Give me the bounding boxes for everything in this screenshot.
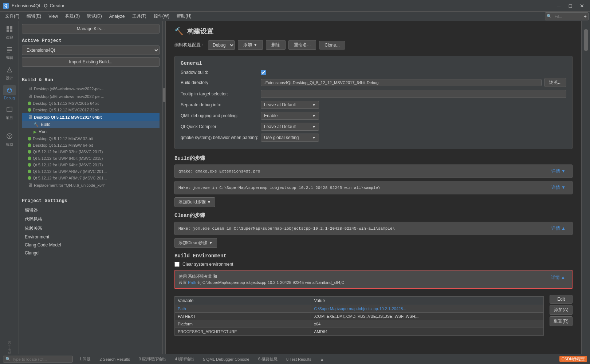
csdn-badge: CSDN@程资 (559, 356, 587, 362)
kit-item-uwp-64-2017[interactable]: Qt 5.12.12 for UWP 64bit (MSVC 2017) (22, 162, 160, 168)
filter-input[interactable] (553, 13, 582, 19)
clone-config-button[interactable]: Clone... (319, 41, 345, 50)
qmake-details-button[interactable]: 详情 ▼ (548, 167, 569, 175)
settings-item-clangd[interactable]: Clangd (22, 249, 160, 257)
separate-debug-dropdown[interactable]: Leave at Default ▼ (261, 101, 319, 109)
env-edit-button[interactable]: Edit (550, 295, 573, 304)
manage-kits-button[interactable]: Manage Kits... (22, 24, 160, 33)
build-steps-section: Build的步骤 qmake: qmake.exe Extensions4Qt.… (174, 155, 573, 207)
sub-item-build[interactable]: 🔨 Build (22, 121, 160, 128)
settings-item-dependencies[interactable]: 依赖关系 (22, 224, 160, 233)
menu-bar: 文件(F) 编辑(E) View 构建(B) 调试(D) Analyze 工具(… (0, 12, 590, 21)
sub-item-run[interactable]: ▶ Run (22, 128, 160, 135)
config-row: 编辑构建配置： Debug 添加 ▼ 删除 重命名... Clone... (174, 40, 573, 50)
tab-test-results[interactable]: 8 Test Results (284, 356, 314, 362)
menu-edit[interactable]: 编辑(E) (23, 12, 45, 20)
kit-item-uwp-armv7-1[interactable]: Qt 5.12.12 for UWP ARMv7 (MSVC 201... (22, 168, 160, 175)
kit-item-desktop-msvc2022-1[interactable]: 🖥 Desktop (x86-windows-msvc2022-pe-... (22, 85, 160, 92)
kit-item-desktop-msvc2017-32[interactable]: Desktop Qt 5.12.12 MSVC2017 32bit (22, 107, 160, 113)
path-link[interactable]: Path (188, 280, 196, 285)
tab-issues[interactable]: 1 问题 (77, 356, 93, 363)
delete-config-button[interactable]: 删除 (266, 40, 286, 50)
config-dropdown[interactable]: Debug (208, 40, 235, 50)
shadow-build-checkbox[interactable] (261, 70, 266, 75)
menu-file[interactable]: 文件(F) (1, 12, 23, 20)
tab-summary[interactable]: 6 概要信息 (256, 356, 280, 363)
sidebar-item-debug[interactable]: Debug (3, 85, 16, 100)
sidebar-item-edit[interactable]: 编辑 (3, 44, 16, 60)
settings-item-clang-model[interactable]: Clang Code Model (22, 241, 160, 249)
kit-item-desktop-msvc2022-2[interactable]: 🖥 Desktop (x86-windows-msvc2022-pe-... (22, 92, 160, 100)
clear-system-env-checkbox[interactable] (174, 262, 180, 267)
kit-item-desktop-msvc2017-64[interactable]: 🖥 Desktop Qt 5.12.12 MSVC2017 64bit (22, 113, 160, 121)
env-details-button[interactable]: 详情 ▲ (548, 273, 568, 282)
kit-item-uwp-64-2015[interactable]: Qt 5.12.12 for UWP 64bit (MSVC 2015) (22, 155, 160, 162)
import-existing-build-button[interactable]: Import Existing Build... (22, 57, 160, 67)
make-details-button[interactable]: 详情 ▼ (548, 183, 569, 192)
sidebar-item-welcome[interactable]: 欢迎 (3, 24, 16, 40)
svg-rect-2 (7, 29, 9, 32)
tab-search-results[interactable]: 2 Search Results (97, 356, 132, 362)
build-directory-input[interactable] (261, 79, 542, 86)
qt-quick-dropdown[interactable]: Leave at Default ▼ (261, 123, 319, 131)
env-highlighted-container: 使用 系统环境变量 和 设置 Path 到 C:\SuperMap\superm… (174, 270, 573, 292)
menu-controls[interactable]: 控件(W) (150, 12, 173, 20)
sidebar-item-projects[interactable]: 项目 (3, 104, 16, 120)
close-button[interactable]: ✕ (577, 2, 587, 9)
env-row-processor: PROCESSOR_ARCHITECTURE AMD64 (175, 328, 544, 336)
kit-item-mingw-32[interactable]: Desktop Qt 5.12.12 MinGW 32-bit (22, 135, 160, 142)
maximize-button[interactable]: □ (565, 2, 575, 9)
project-dropdown[interactable]: Extensions4Qt (22, 46, 160, 55)
env-add-button[interactable]: 添加(A) (550, 305, 573, 315)
menu-view[interactable]: View (45, 13, 62, 20)
menu-build[interactable]: 构建(B) (62, 12, 83, 20)
active-project-title: Active Project (22, 38, 160, 43)
scrollbar-thumb[interactable] (584, 29, 588, 51)
svg-rect-6 (7, 50, 12, 51)
build-step-qmake-text: qmake: qmake.exe Extensions4Qt.pro (178, 169, 548, 174)
menu-tools[interactable]: 工具(T) (129, 12, 150, 20)
menu-help[interactable]: 帮助(H) (173, 12, 195, 20)
qmake-behavior-dropdown[interactable]: Use global setting ▼ (261, 134, 319, 142)
menu-debug[interactable]: 调试(D) (83, 12, 106, 20)
browse-button[interactable]: 浏览... (544, 78, 566, 87)
qml-debug-label: QML debugging and profiling: (181, 113, 261, 118)
scrollbar-track[interactable] (584, 22, 588, 353)
menu-analyze[interactable]: Analyze (106, 13, 129, 20)
window-title: Extensions4Qt - Qt Creator (12, 3, 554, 8)
env-reset-button[interactable]: 重置(R) (550, 316, 573, 326)
minimize-button[interactable]: ─ (554, 2, 564, 9)
clean-details-button[interactable]: 详情 ▲ (548, 224, 569, 233)
separate-debug-label: Separate debug info: (181, 102, 261, 107)
locate-input[interactable] (12, 357, 70, 361)
sidebar-item-help[interactable]: ? 帮助 (3, 131, 16, 147)
build-env-section: Build Environment Clear system environme… (174, 253, 573, 336)
right-scrollbar (581, 21, 590, 354)
tab-app-output[interactable]: 3 应用程序输出 (137, 356, 168, 363)
add-clean-step-button[interactable]: 添加Clean步骤 ▼ (174, 238, 217, 248)
sidebar-item-design[interactable]: 设计 (3, 65, 16, 81)
arrow-up-icon[interactable]: ▲ (318, 356, 326, 362)
edit-label: 编辑 (6, 55, 13, 60)
qml-debug-dropdown[interactable]: Enable ▼ (261, 112, 319, 120)
add-config-button[interactable]: 添加 ▼ (238, 40, 263, 50)
help-label: 帮助 (6, 142, 13, 147)
tab-compile-output[interactable]: 4 编译输出 (173, 356, 196, 363)
add-build-step-button[interactable]: 添加Build步骤 ▼ (174, 197, 215, 207)
settings-item-editor[interactable]: 编辑器 (22, 206, 160, 215)
filter-add-button[interactable]: + (584, 13, 587, 19)
settings-item-environment[interactable]: Environment (22, 233, 160, 241)
rename-config-button[interactable]: 重命名... (288, 40, 316, 50)
project-settings-title: Project Settings (22, 198, 160, 203)
kit-item-uwp-32-2017[interactable]: Qt 5.12.12 for UWP 32bit (MSVC 2017) (22, 149, 160, 155)
kit-item-replacement[interactable]: 🖥 Replacement for "Qt4.8.6_unicode_x64" (22, 181, 160, 189)
settings-item-code-style[interactable]: 代码风格 (22, 215, 160, 224)
tooltip-input[interactable] (261, 90, 566, 98)
build-wrench-icon: 🔨 (34, 122, 39, 127)
tab-qml-debugger[interactable]: 5 QML Debugger Console (201, 356, 251, 362)
kit-item-desktop-msvc2015[interactable]: Desktop Qt 5.12.12 MSVC2015 64bit (22, 100, 160, 107)
kit-item-uwp-armv7-2[interactable]: Qt 5.12.12 for UWP ARMv7 (MSVC 201... (22, 175, 160, 181)
kit-item-mingw-64[interactable]: Desktop Qt 5.12.12 MinGW 64-bit (22, 142, 160, 149)
config-label: 编辑构建配置： (174, 42, 205, 48)
run-play-icon: ▶ (34, 130, 36, 134)
